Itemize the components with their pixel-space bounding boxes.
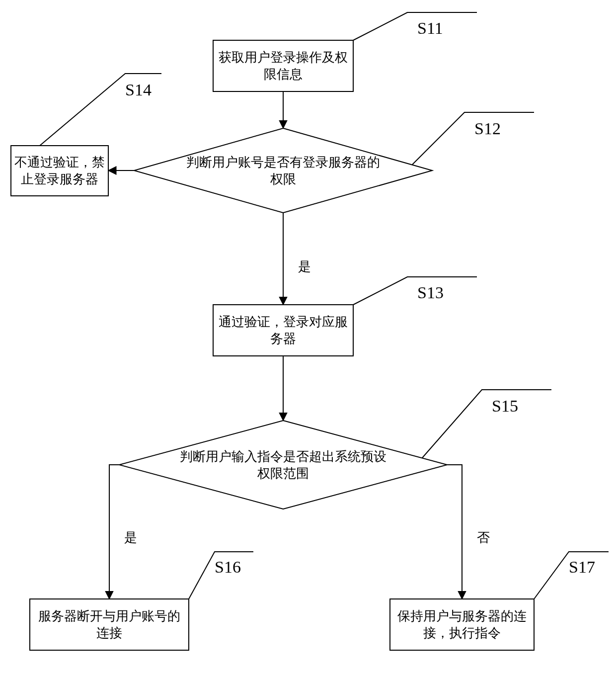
svg-rect-5: [30, 599, 189, 650]
node-s13-text-l1: 通过验证，登录对应服: [219, 315, 348, 329]
node-s16: 服务器断开与用户账号的 连接: [30, 599, 189, 650]
label-s17: S17: [534, 552, 609, 599]
node-s13: 通过验证，登录对应服 务器: [213, 305, 353, 356]
node-s15-text-l2: 权限范围: [257, 466, 309, 481]
node-s16-text-l2: 连接: [96, 626, 122, 640]
svg-rect-3: [213, 305, 353, 356]
label-s16: S16: [189, 552, 253, 599]
svg-rect-6: [390, 599, 534, 650]
edge-s15-s16-label: 是: [124, 530, 137, 545]
edge-s12-s13-label: 是: [298, 259, 311, 274]
edge-s15-s17: [447, 465, 462, 599]
node-s13-text-l2: 务器: [270, 332, 296, 346]
label-s17-text: S17: [569, 558, 595, 576]
label-s12-text: S12: [474, 119, 501, 138]
svg-rect-0: [213, 40, 353, 91]
label-s13-text: S13: [417, 283, 444, 302]
label-s15-text: S15: [492, 397, 518, 415]
node-s15-text-l1: 判断用户输入指令是否超出系统预设: [180, 449, 386, 464]
svg-rect-2: [11, 146, 108, 196]
flowchart: 获取用户登录操作及权 限信息 S11 判断用户账号是否有登录服务器的 权限 S1…: [0, 0, 616, 682]
node-s17: 保持用户与服务器的连 接，执行指令: [390, 599, 534, 650]
svg-marker-1: [134, 128, 432, 213]
label-s14: S14: [40, 74, 161, 146]
node-s11: 获取用户登录操作及权 限信息: [213, 40, 353, 91]
node-s12: 判断用户账号是否有登录服务器的 权限: [134, 128, 432, 213]
node-s14-text-l2: 止登录服务器: [21, 172, 98, 186]
label-s11: S11: [353, 12, 477, 40]
label-s12: S12: [412, 112, 534, 165]
node-s16-text-l1: 服务器断开与用户账号的: [38, 609, 180, 623]
edge-s15-s16: [109, 465, 119, 599]
node-s11-text-l2: 限信息: [264, 67, 303, 82]
label-s16-text: S16: [215, 558, 241, 576]
node-s14-text-l1: 不通过验证，禁: [14, 155, 105, 170]
node-s17-text-l1: 保持用户与服务器的连: [397, 609, 527, 623]
edge-s15-s17-label: 否: [477, 530, 490, 545]
label-s15: S15: [422, 390, 551, 458]
label-s14-text: S14: [125, 81, 152, 99]
node-s12-text-l2: 权限: [270, 172, 296, 186]
node-s14: 不通过验证，禁 止登录服务器: [11, 146, 108, 196]
svg-marker-4: [119, 421, 447, 509]
node-s17-text-l2: 接，执行指令: [423, 626, 501, 640]
label-s13: S13: [353, 277, 477, 305]
node-s12-text-l1: 判断用户账号是否有登录服务器的: [186, 155, 380, 170]
node-s15: 判断用户输入指令是否超出系统预设 权限范围: [119, 421, 447, 509]
node-s11-text-l1: 获取用户登录操作及权: [219, 50, 348, 65]
label-s11-text: S11: [417, 19, 443, 37]
